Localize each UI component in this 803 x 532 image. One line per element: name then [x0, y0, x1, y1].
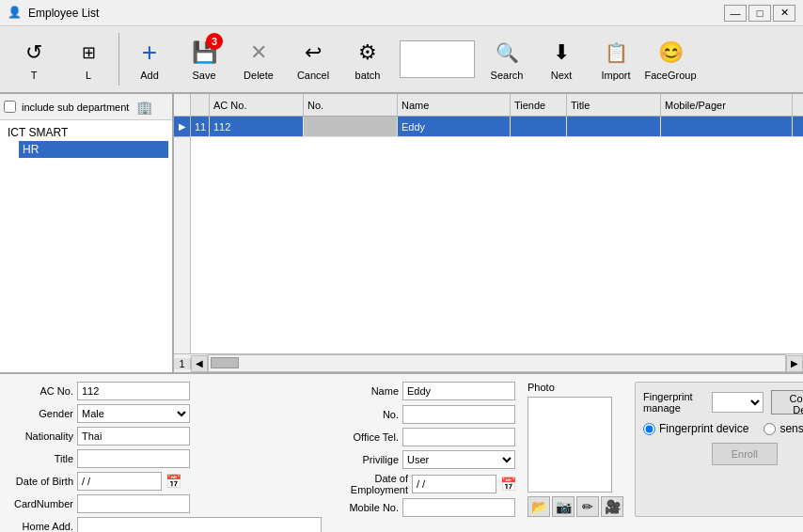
- dept-sub: HR: [4, 141, 168, 158]
- search-box: [400, 40, 475, 78]
- grid-footer: 1 ◀ ▶: [174, 353, 803, 372]
- homeadd-row: Home Add.: [8, 517, 322, 532]
- col-num-header: [191, 94, 210, 116]
- nationality-label: Nationality: [8, 430, 73, 442]
- next-button[interactable]: ⬇ Next: [535, 29, 588, 89]
- title-row: Title: [8, 449, 322, 468]
- nationality-input[interactable]: [77, 427, 190, 446]
- fp-device-radio-input[interactable]: [643, 423, 655, 435]
- ac-no-label: AC No.: [8, 385, 73, 397]
- save-label: Save: [192, 70, 215, 81]
- main-content: include sub department 🏢 ICT SMART HR ▶ …: [0, 94, 803, 374]
- privilege-select[interactable]: User Admin: [402, 450, 515, 469]
- batch-button[interactable]: ⚙ batch: [341, 29, 394, 89]
- col-title-header: Title: [567, 94, 661, 116]
- photo-box: [527, 397, 612, 493]
- facegroup-button[interactable]: 😊 FaceGroup: [644, 29, 697, 89]
- add-label: Add: [140, 70, 159, 81]
- title-input[interactable]: [77, 449, 190, 468]
- save-button[interactable]: 3 💾 Save: [178, 29, 230, 89]
- office-tel-input[interactable]: [402, 428, 515, 446]
- add-button[interactable]: + Add: [123, 29, 176, 89]
- mobile-no-input[interactable]: [402, 498, 515, 517]
- cardnumber-row: CardNumber: [8, 494, 322, 513]
- table-row[interactable]: 11 112 Eddy: [191, 117, 803, 137]
- date-employment-calendar-icon[interactable]: 📅: [500, 477, 516, 492]
- include-sub-label: include sub department: [22, 102, 129, 113]
- fp-device-select[interactable]: [712, 392, 764, 413]
- privilege-row: Privilige User Admin: [333, 450, 516, 469]
- cancel-button[interactable]: ↩ Cancel: [287, 29, 339, 89]
- fp-sensor-radio: sensor: [764, 422, 803, 435]
- tree-icon: ⊞: [73, 38, 103, 68]
- name-input[interactable]: [402, 382, 515, 400]
- photo-edit-btn[interactable]: ✏: [576, 496, 599, 517]
- fp-header: Fingerprint manage Connect Device: [643, 390, 803, 415]
- no-input[interactable]: [402, 405, 515, 424]
- row-selected-indicator: ▶: [174, 117, 190, 137]
- dept-item-hr[interactable]: HR: [19, 141, 168, 158]
- search-label: Search: [491, 70, 524, 81]
- fp-sensor-radio-input[interactable]: [764, 423, 776, 435]
- toolbar-sep-1: [118, 33, 119, 86]
- delete-button[interactable]: ✕ Delete: [232, 29, 285, 89]
- form-col-left: AC No. Gender Male Female Nationality Ti…: [8, 382, 322, 517]
- app-icon: 👤: [8, 6, 23, 21]
- hscroll-left-arrow[interactable]: ◀: [191, 355, 208, 372]
- fp-title: Fingerprint manage: [643, 391, 704, 414]
- col-tiende-header: Tiende: [511, 94, 567, 116]
- refresh-icon: ↺: [19, 38, 49, 68]
- add-icon: +: [134, 38, 165, 68]
- delete-label: Delete: [244, 70, 274, 81]
- photo-capture-btn[interactable]: 📷: [552, 496, 575, 517]
- search-icon: 🔍: [492, 38, 522, 68]
- batch-icon: ⚙: [353, 38, 383, 68]
- photo-delete-btn[interactable]: 🎥: [601, 496, 623, 517]
- gender-row: Gender Male Female: [8, 404, 322, 423]
- col-name-header: Name: [398, 94, 511, 116]
- ac-no-input[interactable]: [77, 382, 190, 400]
- maximize-button[interactable]: □: [748, 5, 771, 22]
- tree-button[interactable]: ⊞ L: [62, 29, 115, 89]
- date-employment-label: Date of Employment: [333, 473, 408, 495]
- title-field-label: Title: [8, 453, 73, 464]
- cancel-label: Cancel: [297, 70, 329, 81]
- fp-device-label: Fingerprint device: [659, 422, 748, 435]
- search-button[interactable]: 🔍 Search: [480, 29, 533, 89]
- dob-input[interactable]: [77, 472, 162, 491]
- homeadd-input[interactable]: [77, 517, 322, 532]
- cell-title: [567, 117, 661, 136]
- dept-panel: include sub department 🏢 ICT SMART HR: [0, 94, 174, 372]
- name-row: Name: [333, 382, 516, 400]
- nationality-row: Nationality: [8, 427, 322, 446]
- close-button[interactable]: ✕: [773, 5, 795, 22]
- horizontal-scrollbar[interactable]: [208, 354, 786, 372]
- minimize-button[interactable]: —: [724, 5, 747, 22]
- dob-calendar-icon[interactable]: 📅: [165, 474, 181, 489]
- refresh-label: T: [31, 70, 38, 81]
- grid-with-indicator: ▶ AC No. No. Name Tiende Title Mobile/Pa…: [174, 94, 803, 353]
- import-button[interactable]: 📋 Import: [590, 29, 642, 89]
- refresh-button[interactable]: ↺ T: [8, 29, 60, 89]
- toolbar: ↺ T ⊞ L + Add 3 💾 Save ✕ Delete ↩ Cancel…: [0, 26, 803, 94]
- fingerprint-section: Fingerprint manage Connect Device Finger…: [635, 382, 803, 517]
- date-employment-input[interactable]: [412, 475, 496, 493]
- delete-icon: ✕: [244, 38, 274, 68]
- mobile-no-label: Mobile No.: [333, 502, 399, 513]
- col-mobile-header: Mobile/Pager: [661, 94, 793, 116]
- enroll-button[interactable]: Enroll: [712, 443, 778, 465]
- dept-item-ict-smart[interactable]: ICT SMART: [4, 124, 168, 141]
- connect-device-button[interactable]: Connect Device: [771, 390, 803, 415]
- hscroll-right-arrow[interactable]: ▶: [786, 355, 803, 372]
- fp-device-radio: Fingerprint device: [643, 422, 748, 435]
- facegroup-label: FaceGroup: [644, 70, 696, 81]
- include-sub-checkbox[interactable]: [4, 101, 16, 113]
- gender-select[interactable]: Male Female: [77, 404, 190, 423]
- import-icon: 📋: [601, 38, 631, 68]
- photo-open-btn[interactable]: 📂: [527, 496, 550, 517]
- cardnumber-input[interactable]: [77, 494, 190, 513]
- ac-no-row: AC No.: [8, 382, 322, 400]
- next-icon: ⬇: [546, 38, 576, 68]
- cell-row-num: 11: [191, 117, 210, 136]
- privilege-label: Privilige: [333, 454, 399, 465]
